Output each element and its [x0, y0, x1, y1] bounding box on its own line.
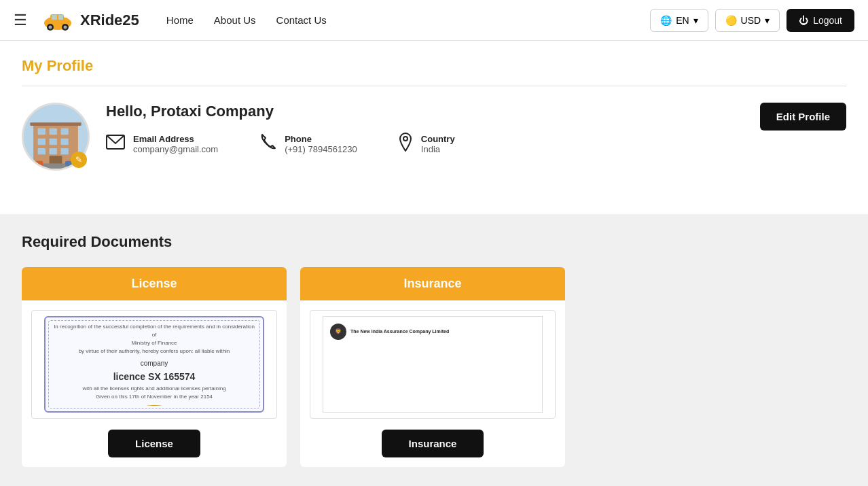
- phone-icon: [259, 133, 276, 155]
- insurance-preview: 🦁 The New India Assurance Company Limite…: [310, 310, 556, 419]
- country-value: India: [421, 144, 455, 154]
- svg-rect-3: [52, 15, 57, 20]
- hamburger-menu[interactable]: ☰: [14, 12, 27, 29]
- edit-profile-button[interactable]: Edit Profile: [760, 103, 846, 131]
- profile-section: ✎ Hello, Protaxi Company Email Address c…: [22, 103, 846, 171]
- insurance-company-name: The New India Assurance Company Limited: [350, 329, 449, 334]
- svg-rect-15: [50, 139, 57, 145]
- license-preview: In recognition of the successful complet…: [31, 310, 277, 419]
- documents-section: Required Documents License In recognitio…: [0, 214, 868, 486]
- country-label: Country: [421, 134, 455, 144]
- documents-grid: License In recognition of the successful…: [22, 267, 846, 467]
- license-header: License: [22, 267, 287, 300]
- svg-rect-13: [61, 128, 69, 135]
- currency-flag-icon: 🟡: [725, 15, 737, 26]
- profile-greeting: Hello, Protaxi Company: [106, 103, 744, 120]
- svg-rect-11: [38, 128, 46, 135]
- svg-rect-16: [61, 139, 69, 145]
- page-title: My Profile: [22, 57, 846, 75]
- lang-chevron-icon: ▾: [693, 15, 698, 26]
- currency-selector[interactable]: 🟡 USD ▾: [715, 9, 780, 32]
- svg-point-26: [403, 137, 408, 141]
- phone-label: Phone: [285, 134, 357, 144]
- edit-pencil-icon: ✎: [75, 155, 82, 164]
- avatar-wrapper: ✎: [22, 103, 90, 171]
- avatar-edit-badge[interactable]: ✎: [71, 152, 87, 168]
- svg-rect-12: [50, 128, 57, 135]
- insurance-logo-icon: 🦁: [330, 324, 346, 340]
- logo-text: XRide25: [80, 12, 139, 29]
- license-upload-button[interactable]: License: [108, 430, 200, 457]
- globe-icon: 🌐: [660, 15, 672, 26]
- svg-point-6: [49, 25, 52, 29]
- country-detail: Country India: [398, 133, 455, 156]
- nav-right: 🌐 EN ▾ 🟡 USD ▾ ⏻ Logout: [650, 9, 854, 32]
- location-icon: [398, 133, 413, 156]
- svg-point-8: [64, 25, 67, 29]
- navbar: ☰ XRide25 Home About Us Contact Us 🌐 EN …: [0, 0, 868, 41]
- email-value: company@gmail.com: [133, 144, 218, 154]
- language-label: EN: [676, 15, 689, 26]
- license-number: licence SX 165574: [51, 371, 257, 382]
- email-icon: [106, 135, 125, 154]
- phone-detail: Phone (+91) 7894561230: [259, 133, 357, 156]
- license-document: In recognition of the successful complet…: [44, 316, 264, 413]
- logo-car-icon: [41, 8, 75, 33]
- svg-rect-4: [58, 15, 63, 20]
- license-seal-icon: [147, 405, 162, 406]
- language-selector[interactable]: 🌐 EN ▾: [650, 9, 708, 32]
- license-body: In recognition of the successful complet…: [22, 300, 287, 467]
- nav-about[interactable]: About Us: [214, 14, 256, 26]
- license-card: License In recognition of the successful…: [22, 267, 287, 467]
- profile-info: Hello, Protaxi Company Email Address com…: [106, 103, 744, 156]
- documents-title: Required Documents: [22, 233, 846, 251]
- insurance-header-row: 🦁 The New India Assurance Company Limite…: [330, 324, 535, 340]
- divider: [22, 86, 846, 86]
- logout-button[interactable]: ⏻ Logout: [786, 9, 854, 32]
- license-text: In recognition of the successful complet…: [51, 323, 257, 401]
- nav-contact[interactable]: Contact Us: [276, 14, 327, 26]
- profile-details: Email Address company@gmail.com Phone (+…: [106, 133, 744, 156]
- insurance-header: Insurance: [300, 267, 565, 300]
- currency-label: USD: [741, 15, 761, 26]
- svg-rect-14: [38, 139, 46, 145]
- svg-rect-21: [30, 122, 81, 126]
- svg-rect-17: [38, 148, 46, 154]
- currency-chevron-icon: ▾: [765, 15, 770, 26]
- logo-link[interactable]: XRide25: [41, 8, 139, 33]
- email-detail: Email Address company@gmail.com: [106, 133, 218, 156]
- svg-rect-18: [50, 148, 57, 154]
- insurance-body: 🦁 The New India Assurance Company Limite…: [300, 300, 565, 467]
- svg-rect-19: [61, 148, 69, 154]
- insurance-upload-button[interactable]: Insurance: [382, 430, 484, 457]
- insurance-document: 🦁 The New India Assurance Company Limite…: [323, 316, 543, 413]
- power-icon: ⏻: [799, 15, 808, 26]
- nav-links: Home About Us Contact Us: [166, 14, 327, 26]
- phone-value: (+91) 7894561230: [285, 144, 357, 154]
- insurance-card: Insurance 🦁 The New India Assurance Comp…: [300, 267, 565, 467]
- main-content: My Profile: [0, 41, 868, 214]
- email-label: Email Address: [133, 134, 218, 144]
- svg-rect-23: [27, 161, 43, 167]
- nav-home[interactable]: Home: [166, 14, 194, 26]
